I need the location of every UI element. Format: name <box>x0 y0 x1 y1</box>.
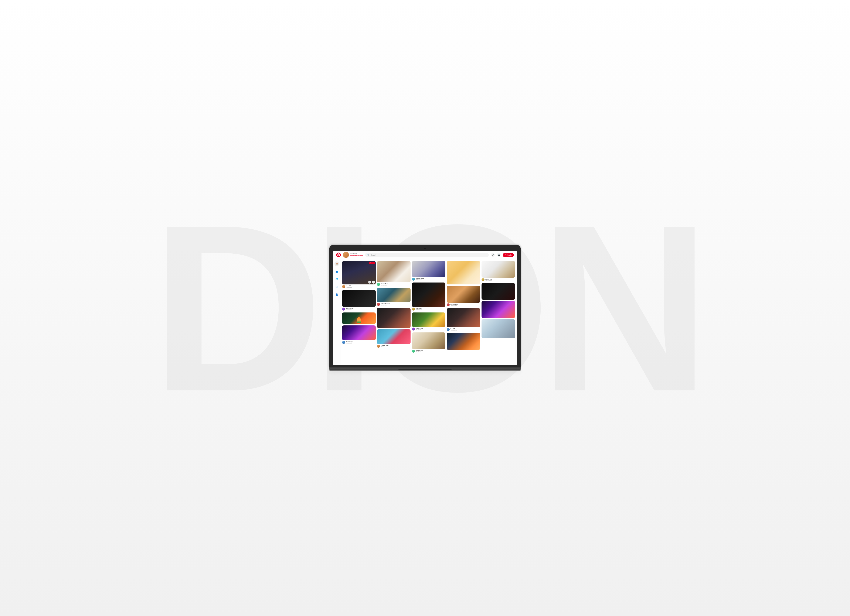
pin-item: Morisha Sing 90K followers <box>412 332 445 353</box>
pin-item: Salman Muktadir 55K followers <box>377 288 410 307</box>
pin-followers: 30K followers <box>346 342 353 344</box>
pinterest-app: Hi, Mehedi Welcome Back! 🔍 🎤 📷 <box>333 251 517 365</box>
pin-meta: Mehedi Hasan 40K followers <box>342 284 376 289</box>
pin-image-food2[interactable] <box>482 261 515 278</box>
pin-followers: 170K followers <box>381 285 388 286</box>
pin-avatar <box>482 278 485 281</box>
pin-item <box>482 283 515 300</box>
pin-image-shoes[interactable] <box>482 283 515 300</box>
pin-item: Dania Marjin 30K followers <box>342 325 376 345</box>
pin-image-fire[interactable] <box>342 325 376 340</box>
pin-meta: Jhora Macbet 270 followers <box>342 307 376 311</box>
laptop-camera <box>424 248 426 250</box>
pin-image-hijab[interactable] <box>482 319 515 338</box>
pin-image-boat[interactable] <box>377 288 410 302</box>
laptop: Hi, Mehedi Welcome Back! 🔍 🎤 📷 <box>329 245 521 371</box>
sidebar-icon-home[interactable]: 🏠 <box>334 262 339 266</box>
pin-image-wolf[interactable]: Save ▾ ⬆ ⋯ <box>342 261 376 284</box>
laptop-screen: Hi, Mehedi Welcome Back! 🔍 🎤 📷 <box>333 251 517 365</box>
sidebar: 🏠 👥 🌐 ✉️ 👤 <box>333 259 340 365</box>
pin-item: Shamim Jany 60K followers <box>377 329 410 348</box>
pin-item <box>342 312 376 324</box>
pin-item <box>482 301 515 318</box>
pin-item: Mondol Sing 130K followers <box>447 286 480 307</box>
pin-avatar <box>412 308 415 311</box>
main-layout: 🏠 👥 🌐 ✉️ 👤 <box>333 259 517 365</box>
create-button[interactable]: + Create <box>503 253 514 257</box>
pin-followers: 60K followers <box>381 347 388 347</box>
pin-followers: 40K followers <box>346 287 354 288</box>
pin-image-bird[interactable] <box>342 290 376 307</box>
pin-image-tea[interactable] <box>377 261 410 282</box>
pin-meta: Shamim Jany 60K followers <box>377 344 410 348</box>
pin-avatar <box>377 345 380 348</box>
pin-author: Rasul Jhen <box>416 308 422 309</box>
user-greeting: Hi, Mehedi <box>350 253 363 255</box>
pin-image-silhouette[interactable] <box>447 286 480 303</box>
sidebar-icon-people[interactable]: 👥 <box>334 269 339 274</box>
pin-item <box>447 261 480 284</box>
laptop-wrapper: Hi, Mehedi Welcome Back! 🔍 🎤 📷 <box>329 245 521 371</box>
pin-item <box>482 319 515 338</box>
pin-author: Shamim Jany <box>381 345 388 347</box>
pin-author: Salman Muktadir <box>381 303 390 305</box>
pin-image-dancer2[interactable] <box>447 308 480 327</box>
pin-action-more[interactable]: ⋯ <box>372 281 375 284</box>
sidebar-icon-globe[interactable]: 🌐 <box>334 277 339 281</box>
user-info: Hi, Mehedi Welcome Back! <box>343 252 363 258</box>
pin-followers: 420K followers <box>416 309 422 310</box>
pin-author: Mehedi Hasan <box>346 285 354 287</box>
pin-image-dancer[interactable] <box>377 308 410 328</box>
pin-image-sunset[interactable] <box>447 333 480 350</box>
pin-meta: Rasul Jhen 420K followers <box>412 307 445 311</box>
pin-image-woman[interactable] <box>412 332 445 349</box>
pin-author: Rassel Karim <box>416 328 423 329</box>
user-text: Hi, Mehedi Welcome Back! <box>350 253 363 257</box>
pin-meta: Dania Marjin 30K followers <box>342 340 376 345</box>
pin-followers: 420K followers <box>450 330 457 331</box>
pin-avatar <box>342 308 345 311</box>
pin-meta: Mariam Roy 100K followers <box>482 278 515 282</box>
pin-item: Rasul Jhen 420K followers <box>447 308 480 332</box>
sidebar-icon-mail[interactable]: ✉️ <box>334 284 339 289</box>
pin-meta: Jannatui Mithe 130K followers <box>412 277 445 281</box>
masonry-grid: Save ▾ ⬆ ⋯ <box>342 261 515 353</box>
pin-item: Jannatui Mithe 130K followers <box>412 261 445 281</box>
pin-author: Morisha Sing <box>416 350 423 351</box>
pin-author: Mariam Roy <box>485 278 492 280</box>
pin-author: Jannatui Mithe <box>416 278 424 279</box>
pin-action-share[interactable]: ⬆ <box>368 281 371 284</box>
pin-author: Rasul Jhen <box>450 328 457 330</box>
camera-icon[interactable]: 📷 <box>497 253 501 257</box>
pin-image-abstract2[interactable] <box>482 301 515 318</box>
save-badge[interactable]: Save ▾ <box>369 262 375 264</box>
pin-avatar <box>377 303 380 306</box>
pin-author: Mondol Sing <box>450 304 458 305</box>
pin-item: Tasnim Brain 170K followers <box>377 261 410 287</box>
pin-meta: Mondol Sing 130K followers <box>447 303 480 307</box>
search-bar[interactable]: 🔍 <box>365 253 489 257</box>
user-avatar <box>343 252 349 258</box>
pin-image-spots[interactable] <box>412 261 445 277</box>
pin-image-food[interactable] <box>412 312 445 327</box>
page-wrapper: DION <box>0 0 850 616</box>
content-area[interactable]: Save ▾ ⬆ ⋯ <box>340 259 517 365</box>
pin-item <box>377 308 410 328</box>
pin-image-icecream[interactable] <box>447 261 480 284</box>
laptop-bezel: Hi, Mehedi Welcome Back! 🔍 🎤 📷 <box>329 245 521 367</box>
pin-item <box>447 333 480 350</box>
pin-image-dance2[interactable] <box>412 283 445 307</box>
pin-avatar <box>377 283 380 286</box>
pin-item: Jhora Macbet 270 followers <box>342 290 376 311</box>
search-input[interactable] <box>371 254 486 256</box>
mic-icon[interactable]: 🎤 <box>491 253 495 257</box>
pin-item: Mariam Roy 100K followers <box>482 261 515 282</box>
save-chevron-icon: ▾ <box>373 262 374 264</box>
pin-avatar <box>447 304 450 306</box>
pin-avatar <box>412 278 415 281</box>
pin-image-heart[interactable] <box>377 329 410 344</box>
sidebar-icon-profile[interactable]: 👤 <box>334 292 339 297</box>
pin-item: Save ▾ ⬆ ⋯ <box>342 261 376 289</box>
pin-followers: 90K followers <box>416 351 423 352</box>
pin-image-parrot[interactable] <box>342 312 376 324</box>
